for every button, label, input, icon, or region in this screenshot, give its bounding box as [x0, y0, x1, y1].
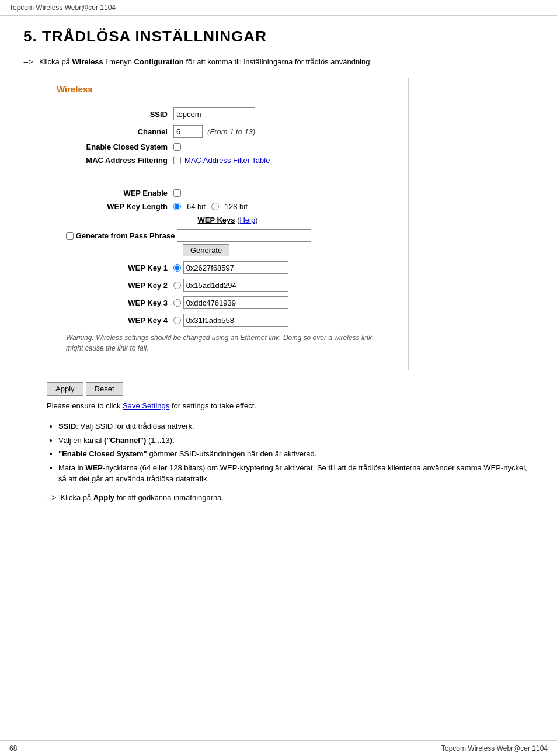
wep-64bit-radio[interactable] — [173, 203, 181, 210]
wep-128bit-radio[interactable] — [211, 203, 219, 210]
closed-system-checkbox[interactable] — [173, 143, 181, 151]
channel-hint: (From 1 to 13) — [207, 127, 255, 136]
wep-key4-label: WEP Key 4 — [57, 316, 173, 325]
bullet-closed-system: "Enable Closed System" gömmer SSID-utsän… — [58, 448, 534, 460]
divider-1 — [57, 179, 399, 179]
passphrase-checkbox[interactable] — [66, 232, 74, 240]
intro-text: --> Klicka på Wireless i menyn Configura… — [23, 57, 534, 66]
intro-wireless-bold: Wireless — [72, 57, 103, 66]
wireless-title: Wireless — [47, 78, 408, 98]
wep-key3-radio[interactable] — [173, 299, 181, 307]
mac-label: MAC Address Filtering — [57, 156, 173, 165]
bottom-bar: 68 Topcom Wireless Webr@cer 1104 — [0, 740, 557, 756]
bottom-page-num: 68 — [9, 744, 17, 752]
apply-note-text2: för att godkänna inmatningarna. — [114, 493, 224, 502]
wep-section: WEP Enable WEP Key Length 64 bit 128 bit… — [47, 185, 408, 360]
save-settings-link[interactable]: Save Settings — [123, 401, 169, 410]
save-note-after: for settings to take effect. — [172, 401, 256, 410]
intro-text-mid: i menyn — [103, 57, 134, 66]
wep-key1-input[interactable] — [183, 261, 288, 274]
ssid-input[interactable] — [173, 107, 255, 120]
mac-checkbox[interactable] — [173, 157, 181, 164]
wep-enable-checkbox[interactable] — [173, 189, 181, 197]
bullet-ssid-bold: SSID — [58, 422, 76, 431]
passphrase-input[interactable] — [177, 229, 311, 242]
wep-key2-row: WEP Key 2 — [57, 279, 399, 292]
wep-keys-link[interactable]: WEP Keys — [197, 216, 235, 224]
bullet-list: SSID: Välj SSID för ditt trådlösa nätver… — [58, 421, 534, 485]
bullet-channel: Välj en kanal ("Channel") (1...13). — [58, 435, 534, 446]
closed-system-row: Enable Closed System — [57, 143, 399, 151]
bullet-channel-bold: ("Channel") — [104, 436, 146, 445]
wep-key2-label: WEP Key 2 — [57, 281, 173, 290]
wep-64bit-label: 64 bit — [187, 202, 206, 211]
wep-key-length-label: WEP Key Length — [57, 202, 173, 211]
bullet-wep-bold: WEP — [85, 463, 103, 472]
mac-filter-link[interactable]: MAC Address Filter Table — [184, 156, 270, 165]
wep-key3-input[interactable] — [183, 296, 288, 309]
wep-key1-row: WEP Key 1 — [57, 261, 399, 274]
wep-enable-row: WEP Enable — [57, 189, 399, 197]
apply-note-text: Klicka på — [60, 493, 93, 502]
wep-key4-radio[interactable] — [173, 317, 181, 324]
wireless-panel: Wireless SSID Channel (From 1 to 13) Ena… — [47, 78, 409, 370]
wep-key3-label: WEP Key 3 — [57, 299, 173, 307]
intro-text-after: för att komma till inställningarna för t… — [184, 57, 372, 66]
channel-row: Channel (From 1 to 13) — [57, 125, 399, 138]
passphrase-row: Generate from Pass Phrase — [57, 229, 399, 242]
apply-note: --> Klicka på Apply för att godkänna inm… — [47, 493, 534, 502]
wep-key-length-row: WEP Key Length 64 bit 128 bit — [57, 202, 399, 211]
wep-key4-input[interactable] — [183, 314, 288, 327]
wep-key4-row: WEP Key 4 — [57, 314, 399, 327]
wep-key2-radio[interactable] — [173, 282, 181, 289]
ssid-label: SSID — [57, 110, 173, 119]
main-content: 5. TRÅDLÖSA INSTÄLLNINGAR --> Klicka på … — [0, 16, 557, 525]
intro-text-before: Klicka på — [39, 57, 72, 66]
page-title: 5. TRÅDLÖSA INSTÄLLNINGAR — [23, 27, 534, 46]
wep-help-link[interactable]: Help — [239, 216, 255, 224]
bottom-bar-title: Topcom Wireless Webr@cer 1104 — [441, 744, 548, 752]
apply-note-arrow: --> — [47, 493, 56, 502]
closed-system-label: Enable Closed System — [57, 143, 173, 151]
intro-config-bold: Configuration — [134, 57, 184, 66]
ssid-row: SSID — [57, 107, 399, 120]
save-link-row: Please ensure to click Save Settings for… — [47, 401, 534, 410]
save-note-before: Please ensure to click — [47, 401, 123, 410]
apply-button[interactable]: Apply — [47, 382, 83, 396]
mac-row: MAC Address Filtering MAC Address Filter… — [57, 156, 399, 165]
apply-note-bold: Apply — [93, 493, 114, 502]
reset-button[interactable]: Reset — [86, 382, 123, 396]
wep-key1-label: WEP Key 1 — [57, 263, 173, 272]
bullet-wep: Mata in WEP-nycklarna (64 eller 128 bita… — [58, 462, 534, 485]
ssid-section: SSID Channel (From 1 to 13) Enable Close… — [47, 104, 408, 173]
wep-enable-label: WEP Enable — [57, 189, 173, 197]
top-bar: Topcom Wireless Webr@cer 1104 — [0, 0, 557, 16]
warning-text: Warning: Wireless settings should be cha… — [66, 332, 389, 353]
wep-key1-radio[interactable] — [173, 264, 181, 272]
generate-button[interactable]: Generate — [183, 244, 229, 256]
channel-input[interactable] — [173, 125, 203, 138]
generate-row: Generate — [57, 244, 399, 256]
buttons-row: Apply Reset — [47, 382, 534, 396]
channel-label: Channel — [57, 127, 173, 136]
bullet-closed-system-bold: "Enable Closed System" — [58, 449, 147, 458]
passphrase-label: Generate from Pass Phrase — [76, 231, 175, 240]
wep-keys-row: WEP Keys (Help) — [57, 216, 399, 224]
wep-key3-row: WEP Key 3 — [57, 296, 399, 309]
wep-radio-group: 64 bit 128 bit — [173, 202, 248, 211]
wep-key2-input[interactable] — [183, 279, 288, 292]
top-bar-title: Topcom Wireless Webr@cer 1104 — [9, 4, 116, 12]
intro-arrow: --> — [23, 57, 33, 66]
wep-128bit-label: 128 bit — [225, 202, 248, 211]
bullet-ssid: SSID: Välj SSID för ditt trådlösa nätver… — [58, 421, 534, 432]
